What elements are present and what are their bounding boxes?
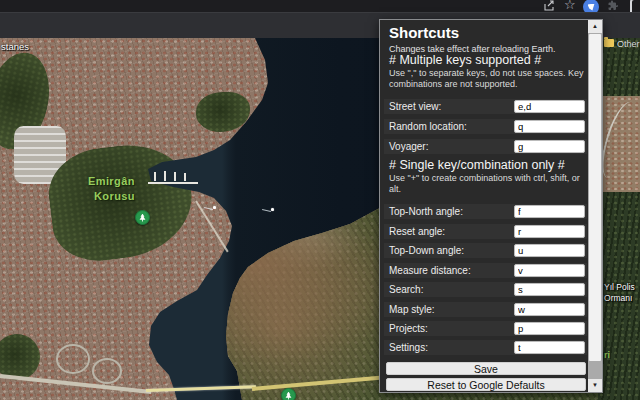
browser-toolbar: ☆ — [0, 0, 640, 12]
forest-patch — [196, 92, 250, 132]
park-pin[interactable] — [281, 388, 296, 400]
section-desc-single: Use "+" to create combinations with ctrl… — [389, 173, 585, 194]
row-label: Reset angle: — [389, 226, 445, 237]
shortcut-input-random-location[interactable] — [514, 120, 585, 133]
folder-icon — [604, 39, 614, 47]
pier — [174, 172, 176, 181]
shortcut-row: Reset angle: — [384, 224, 587, 239]
shortcut-input-projects[interactable] — [514, 322, 585, 335]
shortcut-input-top-north[interactable] — [514, 205, 585, 218]
marina — [146, 168, 202, 190]
map-label-truncated: stanes — [1, 41, 29, 52]
highway-west — [0, 374, 151, 394]
emirgan-park-area — [44, 138, 199, 266]
section-header-multiple: # Multiple keys supported # — [389, 53, 541, 67]
park-label-line2: Korusu — [94, 190, 135, 202]
save-button[interactable]: Save — [386, 362, 586, 375]
boat — [271, 208, 274, 211]
pier — [184, 173, 186, 181]
village-patch — [598, 96, 640, 192]
shortcut-input-map-style[interactable] — [514, 303, 585, 316]
row-label: Map style: — [389, 304, 435, 315]
shortcut-row: Settings: — [384, 340, 587, 355]
share-icon[interactable] — [543, 0, 555, 12]
shortcut-row: Map style: — [384, 302, 587, 317]
interchange-loop — [56, 344, 90, 374]
forest-label-line1: Yıl Polis — [604, 282, 635, 292]
shortcut-row: Search: — [384, 282, 587, 297]
shortcut-input-search[interactable] — [514, 283, 585, 296]
pier — [154, 172, 156, 181]
section-header-single: # Single key/combination only # — [389, 158, 565, 172]
row-label: Top-North angle: — [389, 206, 463, 217]
boat — [213, 206, 216, 209]
row-label: Projects: — [389, 323, 428, 334]
row-label: Top-Down angle: — [389, 245, 464, 256]
pier — [164, 171, 166, 181]
scroll-down-arrow-icon[interactable]: ▼ — [588, 379, 602, 392]
section-desc-multiple: Use "," to separate keys, do not use spa… — [389, 68, 585, 89]
shortcuts-popup: Shortcuts Changes take effect after relo… — [379, 19, 603, 393]
other-bookmarks-item[interactable]: Other — [617, 39, 640, 49]
row-label: Street view: — [389, 101, 441, 112]
extension-glyph — [588, 4, 595, 11]
row-label: Random location: — [389, 121, 467, 132]
puzzle-extensions-icon[interactable] — [607, 0, 619, 12]
bookmark-star-icon[interactable]: ☆ — [564, 0, 576, 12]
interchange-loop — [92, 358, 122, 384]
road — [597, 98, 640, 182]
tree-icon — [285, 392, 292, 400]
scroll-up-arrow-icon[interactable]: ▲ — [588, 20, 602, 33]
row-label: Search: — [389, 284, 423, 295]
shortcut-input-top-down[interactable] — [514, 244, 585, 257]
scrollbar-thumb[interactable] — [589, 34, 601, 361]
row-label: Voyager: — [389, 141, 428, 152]
park-label-line1: Emirgân — [88, 175, 135, 187]
boat-wake — [204, 207, 213, 210]
shortcut-row: Random location: — [384, 119, 587, 134]
tree-icon — [139, 214, 146, 222]
shortcut-row: Street view: — [384, 99, 587, 114]
shortcut-input-settings[interactable] — [514, 341, 585, 354]
breakwater — [148, 182, 198, 184]
shortcut-row: Top-Down angle: — [384, 243, 587, 258]
park-pin[interactable] — [135, 210, 150, 225]
shortcut-row: Projects: — [384, 321, 587, 336]
shortcut-input-measure[interactable] — [514, 264, 585, 277]
shortcut-input-street-view[interactable] — [514, 100, 585, 113]
shortcut-row: Voyager: — [384, 139, 587, 154]
reset-defaults-button[interactable]: Reset to Google Defaults — [386, 378, 586, 391]
shortcut-input-reset-angle[interactable] — [514, 225, 585, 238]
row-label: Settings: — [389, 342, 428, 353]
shortcut-row: Measure distance: — [384, 263, 587, 278]
forest-strip-right — [598, 38, 640, 400]
popup-scrollbar[interactable]: ▲ ▼ — [588, 20, 602, 392]
forest-patch — [0, 334, 40, 380]
shortcut-input-voyager[interactable] — [514, 140, 585, 153]
shortcut-row: Top-North angle: — [384, 204, 587, 219]
popup-title: Shortcuts — [389, 24, 459, 41]
row-label: Measure distance: — [389, 265, 471, 276]
map-label-truncated-right: ri — [604, 350, 610, 360]
